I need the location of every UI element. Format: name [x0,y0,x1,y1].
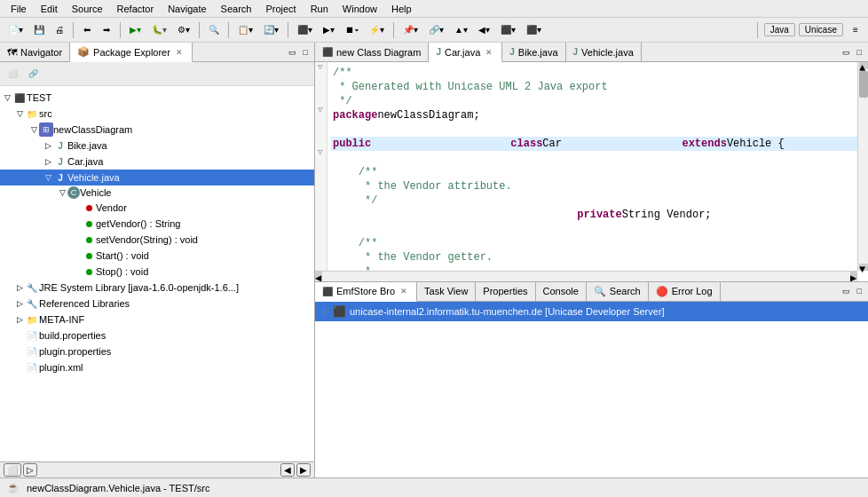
toolbar-btn-more9[interactable]: ▲▾ [450,20,472,40]
tab-car-close[interactable]: ✕ [484,48,494,57]
tab-console[interactable]: Console [536,282,587,301]
tree-item-src[interactable]: ▽ 📁 src [0,106,314,122]
tree-item-plugin-xml[interactable]: 📄 plugin.xml [0,359,314,375]
tree-link-editor[interactable]: 🔗 [24,64,43,83]
tree-item-car[interactable]: ▷ J Car.java [0,154,314,170]
tab-search[interactable]: 🔍 Search [587,282,649,301]
code-editor[interactable]: ▽ ▽ ▽ /** * Generated with Unicase UML 2… [315,62,868,281]
toolbar-btn-search[interactable]: 🔍 [204,20,224,40]
editor-scrollbar-up[interactable]: ▲ [859,62,868,69]
toolbar-btn-more11[interactable]: ⬛▾ [496,20,520,40]
expand-src[interactable]: ▽ [14,109,25,118]
expand-jre[interactable]: ▷ [14,283,25,292]
editor-v-scrollbar[interactable]: ▲ ▼ [857,62,868,271]
panel-footer-btn-right[interactable]: ▷ [23,463,37,477]
menu-run[interactable]: Run [304,3,335,15]
tree-item-vehicle-class[interactable]: ▽ C Vehicle [0,185,314,200]
expand-server[interactable]: ▷ [320,307,331,316]
tree-collapse-all[interactable]: ⬜ [4,64,22,83]
toolbar-btn-more5[interactable]: ⏹▾ [341,20,363,40]
toolbar-btn-more1[interactable]: 📋▾ [233,20,257,40]
tree-item-start[interactable]: Start() : void [0,248,314,264]
tab-package-explorer-close[interactable]: ✕ [174,48,185,57]
toolbar-btn-run[interactable]: ▶▾ [125,20,146,40]
toolbar-btn-more6[interactable]: ⚡▾ [365,20,389,40]
tree-item-bike[interactable]: ▷ J Bike.java [0,138,314,154]
expand-car[interactable]: ▷ [43,157,53,166]
tab-emfstore-close[interactable]: ✕ [398,287,409,296]
editor-maximize[interactable]: □ [855,47,864,58]
tree-item-jre[interactable]: ▷ 🔧 JRE System Library [java-1.6.0-openj… [0,280,314,296]
tree-item-meta-inf[interactable]: ▷ 📁 META-INF [0,312,314,327]
menu-navigate[interactable]: Navigate [161,3,213,15]
editor-scrollbar-left[interactable]: ◀ [315,272,322,280]
fold-3[interactable]: ▽ [318,147,322,157]
toolbar-btn-more3[interactable]: ⬛▾ [293,20,317,40]
menu-project[interactable]: Project [258,3,303,15]
toolbar-btn-more4[interactable]: ▶▾ [319,20,339,40]
tab-package-explorer[interactable]: 📦 Package Explorer ✕ [70,43,193,62]
menu-refactor[interactable]: Refactor [110,3,162,15]
toolbar-btn-more7[interactable]: 📌▾ [398,20,422,40]
expand-vehicle-java[interactable]: ▽ [43,173,53,182]
tab-car-java[interactable]: J Car.java ✕ [429,43,502,62]
tree-item-vehicle-java[interactable]: ▽ J Vehicle.java [0,170,314,185]
panel-footer-scroll-left[interactable]: ◀ [280,463,295,477]
toolbar-btn-debug[interactable]: 🐛▾ [147,20,171,40]
toolbar-btn-ext[interactable]: ⚙▾ [173,20,194,40]
toolbar-btn-next[interactable]: ➡ [98,20,115,40]
expand-ref-libs[interactable]: ▷ [14,299,25,308]
tab-emfstore[interactable]: ⬛ EmfStore Bro ✕ [315,282,417,302]
fold-2[interactable]: ▽ [318,105,322,114]
toolbar-btn-prev[interactable]: ⬅ [78,20,96,40]
expand-meta-inf[interactable]: ▷ [14,315,25,324]
menu-search[interactable]: Search [214,3,259,15]
tab-properties[interactable]: Properties [476,282,535,301]
tab-error-log[interactable]: 🔴 Error Log [649,282,721,301]
tree-item-get-vendor[interactable]: getVendor() : String [0,216,314,232]
fold-1[interactable]: ▽ [318,62,322,72]
toolbar-btn-save[interactable]: 💾 [29,20,49,40]
toolbar-btn-more2[interactable]: 🔄▾ [259,20,283,40]
menu-source[interactable]: Source [65,3,110,15]
toolbar-btn-print[interactable]: 🖨 [51,20,68,40]
panel-footer-scroll-right[interactable]: ▶ [296,463,311,477]
panel-footer-btn-left[interactable]: ⬜ [4,463,21,477]
expand-bike[interactable]: ▷ [43,141,53,150]
toolbar-btn-more10[interactable]: ◀▾ [474,20,494,40]
menu-edit[interactable]: Edit [34,3,65,15]
menu-window[interactable]: Window [335,3,384,15]
expand-test[interactable]: ▽ [2,93,12,102]
editor-scrollbar-right[interactable]: ▶ [850,272,857,280]
tab-bike-java[interactable]: J Bike.java [502,43,565,61]
tree-item-plugin-props[interactable]: 📄 plugin.properties [0,343,314,359]
bottom-panel-maximize[interactable]: □ [855,286,864,296]
menu-file[interactable]: File [4,3,34,15]
toolbar-btn-more12[interactable]: ⬛▾ [522,20,546,40]
tab-navigator[interactable]: 🗺 Navigator [0,43,70,61]
tree-panel[interactable]: ▽ ⬛ TEST ▽ 📁 src ▽ ⊞ newClassDiagram ▷ J… [0,86,314,462]
left-panel-maximize[interactable]: □ [301,47,311,58]
tree-item-set-vendor[interactable]: setVendor(String) : void [0,232,314,248]
toolbar-btn-more8[interactable]: 🔗▾ [424,20,448,40]
editor-scrollbar-thumb[interactable] [859,71,868,98]
expand-package[interactable]: ▽ [28,125,39,134]
bottom-tree-server[interactable]: ▷ ⬛ unicase-internal2.informatik.tu-muen… [315,302,868,321]
editor-minimize[interactable]: ▭ [840,47,853,58]
tab-vehicle-java[interactable]: J Vehicle.java [566,43,642,61]
tree-item-stop[interactable]: Stop() : void [0,264,314,280]
tab-new-class-diagram[interactable]: ⬛ new Class Diagram [315,43,429,61]
tree-item-ref-libs[interactable]: ▷ 🔧 Referenced Libraries [0,296,314,312]
tree-item-test[interactable]: ▽ ⬛ TEST [0,90,314,106]
bottom-panel-minimize[interactable]: ▭ [840,286,853,296]
menu-help[interactable]: Help [384,3,419,15]
editor-scrollbar-down[interactable]: ▼ [859,264,868,271]
tree-item-package[interactable]: ▽ ⊞ newClassDiagram [0,122,314,138]
tab-task-view[interactable]: Task View [417,282,476,301]
toolbar-btn-new[interactable]: 📄▾ [4,20,28,40]
expand-vehicle-class[interactable]: ▽ [57,188,67,197]
tree-item-build-props[interactable]: 📄 build.properties [0,327,314,343]
tree-item-vendor-field[interactable]: Vendor [0,200,314,216]
editor-h-scrollbar[interactable]: ◀ ▶ [315,271,857,281]
toolbar-btn-perspective[interactable]: ≡ [847,20,864,40]
